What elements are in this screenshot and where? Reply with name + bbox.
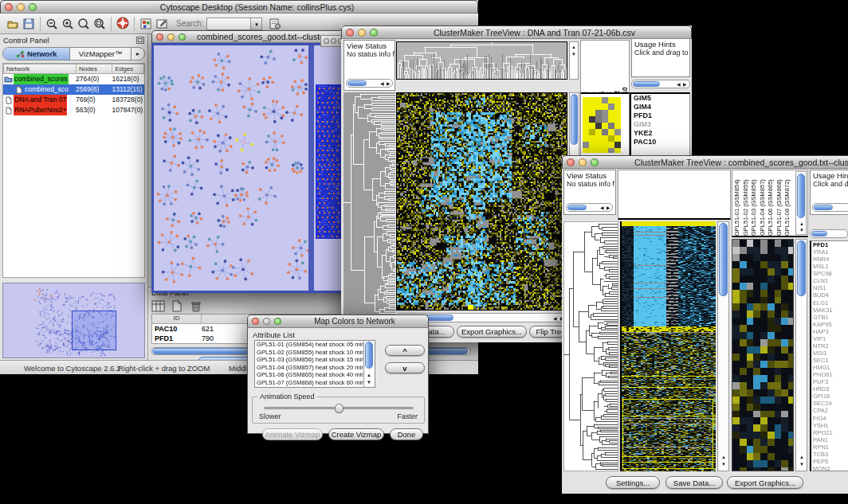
float-panel-icon[interactable] — [136, 33, 144, 47]
close-button[interactable] — [5, 3, 13, 11]
tv2-zoom-heatmap[interactable] — [732, 239, 794, 471]
tab-vizmapper[interactable]: VizMapper™ — [70, 48, 132, 60]
new-attribute-icon[interactable] — [169, 299, 185, 314]
maximize-button[interactable] — [29, 3, 37, 11]
attribute-list[interactable]: GPL51-01 (GSM854) heat shock 05 minGPL51… — [254, 340, 375, 388]
scroll-thumb[interactable] — [797, 174, 805, 218]
gene-label[interactable]: HMG1 — [811, 364, 848, 371]
treeview2-titlebar[interactable]: ClusterMaker TreeView : combined_scores_… — [562, 155, 848, 169]
tv1-row-label[interactable]: GIM5 — [631, 94, 689, 103]
minimize-button[interactable] — [263, 318, 270, 325]
slider-thumb[interactable] — [335, 404, 344, 413]
tv2-view-status-scrollbar[interactable]: ◀ ▶ — [566, 203, 613, 212]
gene-label[interactable]: MAK31 — [811, 307, 848, 314]
tv2-global-heatmap[interactable] — [620, 221, 716, 471]
scroll-up-icon[interactable]: ▲ — [367, 373, 371, 378]
scroll-thumb[interactable] — [633, 81, 660, 87]
tv2-column-label[interactable]: GPL51-06 (GSM865) — [767, 171, 775, 236]
gene-label[interactable]: YSH1 — [811, 422, 848, 429]
tv1-row-label[interactable]: YKE2 — [631, 129, 689, 138]
maximize-button[interactable] — [179, 33, 186, 41]
tv2-labels-scrollbar[interactable]: ▲ ▼ — [795, 171, 807, 235]
scroll-left-icon[interactable]: ◀ — [600, 205, 604, 211]
done-button[interactable]: Done — [390, 428, 423, 440]
gene-label[interactable]: BUD4 — [811, 291, 848, 299]
scroll-down-icon[interactable]: ▼ — [799, 462, 804, 467]
maximize-button[interactable] — [370, 29, 378, 37]
scroll-thumb[interactable] — [347, 80, 367, 86]
vizmapper-icon[interactable] — [138, 16, 154, 31]
attribute-list-item[interactable]: GPL51-04 (GSM857) heat shock 20 min — [255, 364, 363, 372]
dialog-titlebar[interactable]: Map Colors to Network — [247, 315, 429, 328]
tv2-settings-button[interactable]: Settings... — [606, 476, 660, 489]
tabs-overflow-button[interactable]: ► — [132, 48, 144, 60]
zoom-out-icon[interactable] — [44, 16, 60, 31]
network-table-header[interactable]: Network Nodes Edges — [3, 64, 144, 74]
scroll-down-icon[interactable]: ▼ — [721, 462, 726, 467]
network-table-row[interactable]: combined_scores2764(0)16218(0) — [3, 74, 144, 84]
gene-label[interactable]: PHO81 — [811, 371, 848, 378]
tv2-global-vscrollbar[interactable]: ▲ ▼ — [717, 221, 729, 471]
tv2-gene-hscrollbar[interactable] — [810, 229, 848, 238]
tv1-usage-hints-scrollbar[interactable]: ◀ ▶ — [631, 80, 690, 88]
gene-label[interactable]: NIS1 — [811, 284, 848, 291]
tv2-row-dendrogram[interactable] — [563, 221, 618, 471]
attribute-list-item[interactable]: GPL51-02 (GSM855) heat shock 10 min — [255, 349, 363, 357]
table-mode-icon[interactable] — [150, 299, 166, 314]
network-table-row[interactable]: DNA and Tran 07769(0)183728(0) — [3, 95, 144, 105]
gene-label[interactable]: GPI16 — [811, 393, 848, 400]
scroll-right-icon[interactable]: ▶ — [683, 82, 687, 88]
zoom-fit-icon[interactable] — [92, 16, 108, 31]
minimize-button[interactable] — [17, 3, 25, 11]
tv1-export-graphics-button[interactable]: Export Graphics... — [457, 326, 527, 338]
zoom-selected-icon[interactable] — [76, 16, 92, 31]
tv2-usage-hints-scrollbar[interactable] — [812, 203, 848, 212]
gene-label[interactable]: SPC98 — [811, 270, 848, 277]
tab-network[interactable]: Network — [3, 48, 70, 60]
network-table-row[interactable]: RNAPuberNov2+563(0)107847(0) — [3, 105, 144, 115]
gene-label[interactable]: HAP3 — [811, 328, 848, 335]
scroll-down-icon[interactable]: ▼ — [799, 228, 804, 233]
gene-label[interactable]: NTR2 — [811, 342, 848, 350]
gene-label[interactable]: TCB3 — [811, 451, 848, 458]
scroll-thumb[interactable] — [797, 240, 806, 296]
attr-col-id[interactable]: ID — [152, 315, 202, 323]
minimize-button[interactable] — [331, 38, 336, 44]
scroll-thumb[interactable] — [365, 342, 373, 369]
tv2-column-label[interactable]: GPL51-02 (GSM855) — [742, 171, 751, 236]
gene-label[interactable]: YRA1 — [811, 248, 848, 256]
scroll-thumb[interactable] — [571, 94, 578, 145]
gene-label[interactable]: MSL1 — [811, 263, 848, 270]
attribute-list-item[interactable]: GPL51-01 (GSM854) heat shock 05 min — [255, 341, 363, 349]
tv2-zoom-vscrollbar[interactable]: ▲ ▼ — [795, 239, 807, 471]
gene-label[interactable]: PAN1 — [811, 436, 848, 443]
treeview1-titlebar[interactable]: ClusterMaker TreeView : DNA and Tran 07-… — [341, 25, 692, 39]
close-button[interactable] — [346, 29, 354, 37]
gene-label[interactable]: PUF3 — [811, 378, 848, 385]
minimize-button[interactable] — [358, 29, 366, 37]
minimize-button[interactable] — [579, 158, 587, 166]
gene-label[interactable]: KAP95 — [811, 321, 848, 328]
maximize-button[interactable] — [274, 318, 281, 325]
create-vizmap-button[interactable]: Create Vizmap — [328, 428, 384, 440]
scroll-up-icon[interactable]: ▲ — [721, 455, 726, 460]
search-dropdown-icon[interactable]: ▼ — [251, 18, 262, 30]
attribute-list-item[interactable]: GPL51-07 (GSM868) heat shock 60 min — [255, 379, 363, 387]
attribute-list-scrollbar[interactable]: ▲ ▼ — [363, 341, 375, 387]
gene-label[interactable]: FIG4 — [811, 415, 848, 422]
open-file-icon[interactable] — [5, 16, 21, 31]
tv1-dendrogram-spinner[interactable]: ▲ ▼ — [569, 41, 579, 80]
attribute-list-item[interactable]: GPL51-03 (GSM856) heat shock 15 min — [255, 356, 363, 364]
animate-vizmap-button[interactable]: Animate Vizmap — [262, 428, 323, 440]
gene-label[interactable]: MSI1 — [811, 350, 848, 357]
scroll-thumb[interactable] — [814, 205, 833, 210]
search-input[interactable] — [206, 18, 251, 30]
tv1-heatmap[interactable] — [396, 92, 567, 311]
scroll-right-icon[interactable]: ▶ — [607, 205, 610, 211]
scroll-thumb[interactable] — [811, 231, 827, 236]
tv1-row-label[interactable]: PFD1 — [631, 111, 689, 120]
close-button[interactable] — [156, 33, 163, 41]
gene-label[interactable]: RPN1 — [811, 443, 848, 451]
gene-label[interactable]: GTB1 — [811, 314, 848, 321]
tv2-column-label[interactable]: GPL51-04 (GSM857) — [759, 171, 768, 236]
